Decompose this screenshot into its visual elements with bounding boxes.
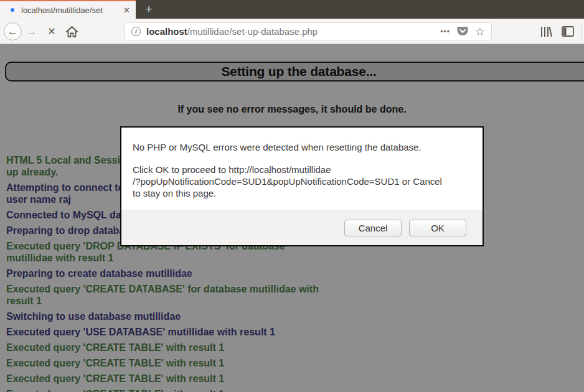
forward-button[interactable]: → bbox=[24, 19, 40, 44]
pocket-icon[interactable] bbox=[457, 26, 468, 37]
active-tab[interactable]: localhost/mutillidae/set ✕ bbox=[0, 0, 136, 19]
web-page: Setting up the database... If you see no… bbox=[0, 44, 584, 392]
tab-bar: localhost/mutillidae/set ✕ + bbox=[0, 0, 584, 19]
log-line: Executed query 'USE DATABASE' mutillidae… bbox=[6, 326, 579, 338]
log-line: Switching to use database mutillidae bbox=[6, 310, 579, 322]
confirm-dialog: No PHP or MySQL errors were detected whe… bbox=[120, 126, 484, 246]
log-line: Executed query 'CREATE TABLE' with resul… bbox=[6, 342, 579, 353]
dialog-message-line: /?popUpNotificationCode=SUD1&popUpNotifi… bbox=[133, 175, 470, 187]
page-actions-icon[interactable]: ••• bbox=[440, 27, 450, 36]
url-bar[interactable]: i localhost/mutillidae/set-up-database.p… bbox=[125, 22, 492, 40]
home-button[interactable] bbox=[63, 19, 80, 44]
back-button[interactable]: ← bbox=[3, 19, 22, 44]
dialog-body: No PHP or MySQL errors were detected whe… bbox=[121, 128, 483, 199]
log-entry: Executed query 'CREATE TABLE' with resul… bbox=[6, 357, 579, 369]
library-icon bbox=[540, 26, 552, 37]
home-icon bbox=[66, 26, 78, 37]
page-heading: Setting up the database... bbox=[221, 64, 376, 79]
log-entry: Executed query 'CREATE TABLE' with resul… bbox=[6, 373, 579, 385]
log-line: mutillidae with result 1 bbox=[6, 252, 579, 264]
dialog-message-line: Click OK to proceed to http://localhost/… bbox=[133, 164, 470, 175]
tab-title-fade bbox=[105, 2, 118, 19]
navigation-toolbar: ← → ✕ i localhost/mutillidae/set-up-data… bbox=[0, 19, 584, 44]
dialog-message-2: Click OK to proceed to http://localhost/… bbox=[133, 164, 470, 199]
log-entry: Executed query 'USE DATABASE' mutillidae… bbox=[6, 326, 579, 338]
ok-button[interactable]: OK bbox=[409, 220, 466, 236]
log-entry: Executed query 'CREATE DATABASE' for dat… bbox=[6, 283, 579, 307]
url-text: localhost/mutillidae/set-up-database.php bbox=[146, 26, 318, 37]
log-line: Executed query 'CREATE TABLE' with resul… bbox=[6, 388, 579, 392]
dialog-footer: Cancel OK bbox=[121, 210, 483, 245]
back-icon: ← bbox=[4, 22, 22, 40]
log-entry: Switching to use database mutillidae bbox=[6, 310, 579, 322]
browser-window: localhost/mutillidae/set ✕ + ← → ✕ i loc… bbox=[0, 0, 584, 392]
url-host: localhost bbox=[146, 26, 187, 37]
log-line: Executed query 'CREATE TABLE' with resul… bbox=[6, 373, 579, 385]
sidebar-button[interactable] bbox=[560, 19, 576, 44]
library-button[interactable] bbox=[538, 19, 554, 44]
tab-close-icon[interactable]: ✕ bbox=[123, 6, 130, 14]
log-line: Preparing to create database mutillidae bbox=[6, 268, 579, 279]
sidebar-icon bbox=[562, 26, 574, 37]
tab-attention-dot-icon bbox=[11, 8, 14, 12]
log-entry: Executed query 'CREATE TABLE' with resul… bbox=[6, 388, 579, 392]
bookmark-star-icon[interactable]: ☆ bbox=[475, 26, 485, 37]
toolbar-divider bbox=[581, 25, 582, 38]
stop-button[interactable]: ✕ bbox=[44, 19, 60, 44]
log-entry: Executed query 'CREATE TABLE' with resul… bbox=[6, 342, 579, 353]
site-info-icon[interactable]: i bbox=[131, 27, 141, 36]
log-line: Executed query 'CREATE DATABASE' for dat… bbox=[6, 283, 579, 295]
dialog-message-line: to stay on this page. bbox=[133, 187, 470, 199]
log-entry: Preparing to create database mutillidae bbox=[6, 268, 579, 279]
page-subtitle: If you see no error messages, it should … bbox=[0, 104, 584, 115]
new-tab-button[interactable]: + bbox=[139, 0, 158, 19]
tab-title: localhost/mutillidae/set bbox=[21, 6, 115, 15]
url-path: /mutillidae/set-up-database.php bbox=[187, 26, 318, 37]
log-line: Executed query 'CREATE TABLE' with resul… bbox=[6, 357, 579, 369]
cancel-button[interactable]: Cancel bbox=[344, 220, 402, 236]
log-line: result 1 bbox=[6, 295, 579, 307]
page-heading-box: Setting up the database... bbox=[5, 62, 584, 82]
dialog-message-1: No PHP or MySQL errors were detected whe… bbox=[133, 141, 470, 153]
